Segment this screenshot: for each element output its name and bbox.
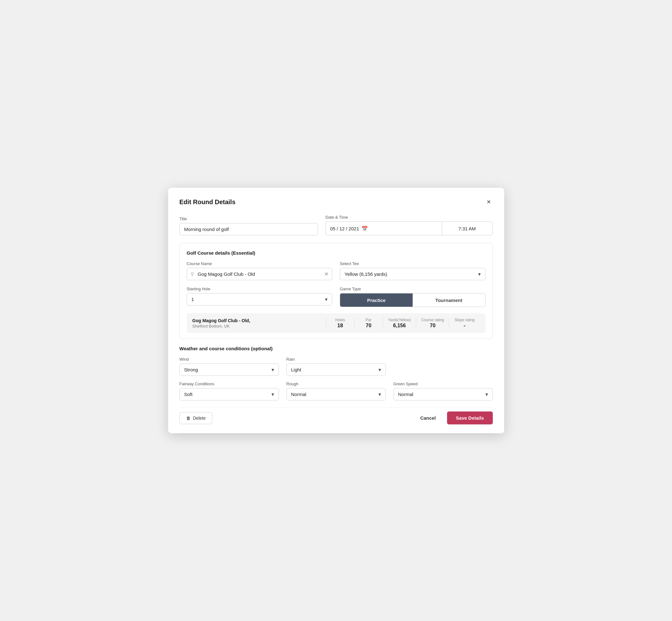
course-name-field: Course Name ⚲ ✕ — [187, 261, 333, 280]
select-tee-field: Select Tee Yellow (6,156 yards) White Re… — [340, 261, 486, 280]
course-info-row: Gog Magog Golf Club - Old, Shelford Bott… — [187, 313, 486, 333]
footer-right: Cancel Save Details — [415, 411, 493, 424]
search-icon: ⚲ — [191, 272, 194, 277]
date-part[interactable]: 05 / 12 / 2021 📅 — [326, 222, 442, 235]
golf-course-section: Golf Course details (Essential) Course N… — [179, 243, 493, 339]
modal-footer: 🗑 Delete Cancel Save Details — [179, 407, 493, 424]
course-name-display: Gog Magog Golf Club - Old, — [193, 318, 326, 323]
edit-round-modal: Edit Round Details × Title Date & Time 0… — [168, 188, 504, 433]
game-type-field: Game Type Practice Tournament — [340, 287, 486, 307]
holes-stat: Holes 18 — [326, 318, 354, 329]
par-value: 70 — [366, 323, 371, 329]
top-row: Title Date & Time 05 / 12 / 2021 📅 7:31 … — [179, 215, 493, 236]
rain-field: Rain NoneLight ModerateHeavy ▼ — [287, 357, 386, 376]
rough-select-wrap: ShortNormal LongVery Long ▼ — [287, 388, 386, 401]
game-type-toggle: Practice Tournament — [340, 293, 486, 307]
green-speed-label: Green Speed — [393, 381, 493, 386]
delete-button[interactable]: 🗑 Delete — [179, 412, 212, 424]
course-name-input-wrap: ⚲ ✕ — [187, 268, 333, 280]
slope-rating-value: - — [464, 323, 465, 329]
weather-title: Weather and course conditions (optional) — [179, 346, 493, 351]
golf-course-title: Golf Course details (Essential) — [187, 250, 486, 256]
game-type-label: Game Type — [340, 287, 486, 291]
clear-icon[interactable]: ✕ — [324, 271, 328, 277]
title-field-group: Title — [179, 216, 318, 236]
trash-icon: 🗑 — [186, 416, 191, 421]
wind-select-wrap: CalmLightModerate StrongVery Strong ▼ — [179, 364, 279, 376]
fairway-select-wrap: DryNormal SoftWet ▼ — [179, 388, 279, 401]
course-rating-value: 70 — [430, 323, 436, 329]
practice-button[interactable]: Practice — [340, 293, 413, 307]
save-button[interactable]: Save Details — [447, 411, 493, 424]
rain-dropdown[interactable]: NoneLight ModerateHeavy — [287, 364, 386, 376]
fairway-rough-green-row: Fairway Conditions DryNormal SoftWet ▼ R… — [179, 381, 493, 401]
rough-dropdown[interactable]: ShortNormal LongVery Long — [287, 388, 386, 401]
datetime-row: 05 / 12 / 2021 📅 7:31 AM — [326, 221, 493, 236]
date-value: 05 / 12 / 2021 — [330, 226, 359, 231]
course-name-tee-row: Course Name ⚲ ✕ Select Tee Yellow (6,156… — [187, 261, 486, 280]
select-tee-dropdown[interactable]: Yellow (6,156 yards) White Red — [340, 268, 486, 280]
holes-value: 18 — [337, 323, 343, 329]
fairway-field: Fairway Conditions DryNormal SoftWet ▼ — [179, 381, 279, 401]
slope-rating-stat: Slope rating - — [449, 318, 479, 329]
par-stat: Par 70 — [354, 318, 383, 329]
wind-dropdown[interactable]: CalmLightModerate StrongVery Strong — [179, 364, 279, 376]
select-tee-wrap: Yellow (6,156 yards) White Red ▼ — [340, 268, 486, 280]
yards-label: Yards(Yellow) — [388, 318, 411, 322]
select-tee-label: Select Tee — [340, 261, 486, 266]
starting-hole-dropdown[interactable]: 1234 5678 910 — [187, 293, 333, 305]
rough-label: Rough — [287, 381, 386, 386]
slope-rating-label: Slope rating — [454, 318, 474, 322]
modal-header: Edit Round Details × — [179, 198, 493, 206]
weather-section: Weather and course conditions (optional)… — [179, 346, 493, 401]
rough-field: Rough ShortNormal LongVery Long ▼ — [287, 381, 386, 401]
rain-label: Rain — [287, 357, 386, 362]
holes-label: Holes — [335, 318, 345, 322]
green-speed-field: Green Speed SlowNormal FastVery Fast ▼ — [393, 381, 493, 401]
calendar-icon: 📅 — [362, 225, 368, 232]
yards-value: 6,156 — [393, 323, 406, 329]
course-rating-label: Course rating — [421, 318, 444, 322]
green-speed-select-wrap: SlowNormal FastVery Fast ▼ — [393, 388, 493, 401]
course-rating-stat: Course rating 70 — [416, 318, 449, 329]
course-info-name: Gog Magog Golf Club - Old, Shelford Bott… — [193, 318, 326, 329]
title-input[interactable] — [179, 223, 318, 236]
starting-hole-field: Starting Hole 1234 5678 910 ▼ — [187, 287, 333, 307]
starting-hole-game-type-row: Starting Hole 1234 5678 910 ▼ Game Type … — [187, 287, 486, 307]
cancel-button[interactable]: Cancel — [415, 412, 441, 424]
fairway-dropdown[interactable]: DryNormal SoftWet — [179, 388, 279, 401]
datetime-field-group: Date & Time 05 / 12 / 2021 📅 7:31 AM — [326, 215, 493, 236]
course-name-input[interactable] — [187, 268, 333, 280]
course-name-label: Course Name — [187, 261, 333, 266]
yards-stat: Yards(Yellow) 6,156 — [383, 318, 416, 329]
close-button[interactable]: × — [485, 198, 493, 206]
starting-hole-wrap: 1234 5678 910 ▼ — [187, 293, 333, 305]
title-label: Title — [179, 216, 318, 221]
wind-label: Wind — [179, 357, 279, 362]
wind-field: Wind CalmLightModerate StrongVery Strong… — [179, 357, 279, 376]
green-speed-dropdown[interactable]: SlowNormal FastVery Fast — [393, 388, 493, 401]
starting-hole-label: Starting Hole — [187, 287, 333, 291]
course-location: Shelford Bottom, UK — [193, 324, 326, 329]
wind-rain-row: Wind CalmLightModerate StrongVery Strong… — [179, 357, 493, 376]
time-value: 7:31 AM — [458, 226, 476, 231]
tournament-button[interactable]: Tournament — [413, 293, 485, 307]
modal-title: Edit Round Details — [179, 199, 236, 206]
delete-label: Delete — [193, 416, 206, 421]
rain-select-wrap: NoneLight ModerateHeavy ▼ — [287, 364, 386, 376]
time-part[interactable]: 7:31 AM — [442, 222, 493, 235]
fairway-label: Fairway Conditions — [179, 381, 279, 386]
par-label: Par — [366, 318, 372, 322]
datetime-label: Date & Time — [326, 215, 493, 220]
